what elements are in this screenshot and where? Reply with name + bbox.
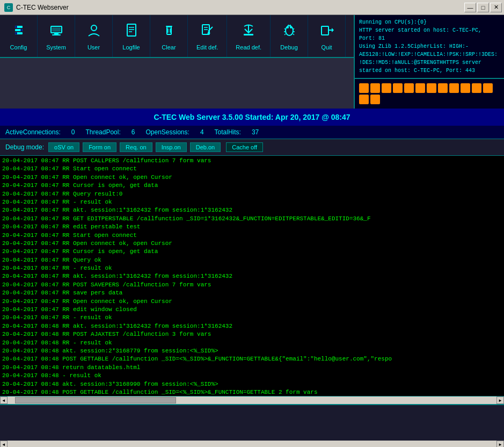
minimize-button[interactable]: — [464, 3, 476, 12]
led-2 [382, 83, 391, 93]
log-line: 20-04-2017 08:47 RR POST SAVEPERS /callf… [2, 281, 502, 289]
debug-mode-label: Debug mode: [5, 143, 44, 151]
log-line: 20-04-2017 08:47 RR Start open connect [2, 232, 502, 240]
svg-point-3 [15, 26, 17, 28]
log-line: 20-04-2017 08:48 RR POST AJAXTEST /callf… [2, 330, 502, 338]
log-line: 20-04-2017 08:47 RR - result ok [2, 264, 502, 272]
log-horizontal-scrollbar[interactable]: ◄ ► [0, 396, 504, 404]
debug-icon [281, 22, 297, 42]
toolbar-btn-config[interactable]: Config [0, 15, 38, 57]
led-0 [359, 83, 369, 93]
log-line: 20-04-2017 08:47 RR - result ok [2, 198, 502, 206]
readdef-label: Read def. [236, 44, 261, 51]
log-line: 20-04-2017 08:47 RR save pers data [2, 289, 502, 297]
log-line: 20-04-2017 08:47 RR Cursor is open, get … [2, 182, 502, 190]
maximize-button[interactable]: □ [477, 3, 489, 12]
open-sessions-label: OpenSessions: [145, 128, 189, 136]
log-line: 20-04-2017 08:47 RR edit perstable test [2, 223, 502, 231]
log-line: 20-04-2017 08:47 RR Query result:0 [2, 190, 502, 198]
svg-line-33 [293, 34, 294, 35]
toolbar-btn-clear[interactable]: Clear [150, 15, 188, 57]
toolbar: Config System User Logfile Clear Edit de… [0, 15, 354, 58]
close-button[interactable]: ✕ [490, 3, 502, 12]
log-line: 20-04-2017 08:48 POST GETTABLE /callfunc… [2, 388, 502, 396]
log-line: 20-04-2017 08:47 RR - result ok [2, 314, 502, 322]
toolbar-btn-user[interactable]: User [75, 15, 113, 57]
svg-point-10 [91, 25, 97, 31]
svg-point-27 [290, 26, 292, 28]
log-line: 20-04-2017 08:48 - result ok [2, 372, 502, 380]
svg-rect-24 [244, 34, 253, 35]
bottom-scroll-left[interactable]: ◄ [0, 441, 8, 447]
svg-rect-16 [167, 27, 171, 34]
app-title-bar: C-TEC Web Server 3.5.00 Started: Apr 20,… [0, 109, 504, 126]
debug-label: Debug [280, 44, 297, 51]
thread-pool-value: 6 [132, 128, 135, 136]
log-line: 20-04-2017 08:48 akt. session:3*3168990 … [2, 380, 502, 388]
debug-btn-insp[interactable]: Insp.on [156, 142, 187, 152]
config-icon [11, 22, 27, 42]
log-line: 20-04-2017 08:48 RR - result ok [2, 339, 502, 347]
scroll-right-button[interactable]: ► [496, 396, 504, 404]
debug-btn-form[interactable]: Form on [83, 142, 116, 152]
svg-line-32 [284, 34, 286, 35]
debug-btn-req[interactable]: Req. on [120, 142, 152, 152]
title-bar-left: C C-TEC Webserver [4, 3, 69, 12]
svg-rect-11 [127, 24, 136, 36]
led-8 [449, 83, 459, 93]
window-title: C-TEC Webserver [16, 4, 69, 11]
bottom-panel: ◄ ► [0, 404, 504, 447]
toolbar-btn-readdef[interactable]: Read def. [227, 15, 271, 57]
bottom-scroll-right[interactable]: ► [496, 441, 504, 447]
bottom-horizontal-scrollbar[interactable]: ◄ ► [0, 441, 504, 447]
toolbar-btn-editdef[interactable]: Edit def. [188, 15, 227, 57]
led-10 [472, 83, 481, 93]
clear-icon [161, 22, 177, 42]
led-5 [415, 83, 425, 93]
toolbar-btn-logfile[interactable]: Logfile [113, 15, 150, 57]
scroll-left-button[interactable]: ◄ [0, 396, 8, 404]
log-line: 20-04-2017 08:48 POST GETTABLE /callfunc… [2, 355, 502, 363]
user-label: User [87, 44, 100, 51]
led-6 [427, 83, 436, 93]
svg-point-4 [20, 29, 23, 31]
log-line: 20-04-2017 08:47 RR Open connect ok, ope… [2, 298, 502, 306]
debug-mode-bar: Debug mode: oSV onForm onReq. onInsp.onD… [0, 139, 504, 156]
log-line: 20-04-2017 08:47 RR akt. session:1*31624… [2, 206, 502, 214]
debug-btn-osv[interactable]: oSV on [48, 142, 79, 152]
led-1 [370, 83, 380, 93]
system-label: System [46, 44, 66, 51]
logfile-label: Logfile [122, 44, 140, 51]
log-line: 20-04-2017 08:47 RR POST CALLPERS /callf… [2, 157, 502, 165]
log-line: 20-04-2017 08:48 return datatables.html [2, 364, 502, 372]
total-hits-label: TotalHits: [215, 128, 241, 136]
log-line: 20-04-2017 08:47 RR Cursor is open, get … [2, 248, 502, 256]
led-3 [393, 83, 403, 93]
toolbar-btn-system[interactable]: System [38, 15, 75, 57]
quit-icon [319, 22, 335, 42]
log-line: 20-04-2017 08:48 RR akt. session:1*31624… [2, 322, 502, 330]
led-4 [404, 83, 414, 93]
editdef-label: Edit def. [196, 44, 218, 51]
debug-buttons: oSV onForm onReq. onInsp.onDeb.onCache o… [48, 142, 263, 152]
active-connections-label: ActiveConnections: [5, 128, 61, 136]
log-line: 20-04-2017 08:47 RR Open connect ok, ope… [2, 174, 502, 182]
scroll-thumb[interactable] [15, 397, 176, 403]
quit-label: Quit [321, 44, 332, 51]
thread-pool-label: ThreadPool: [85, 128, 120, 136]
log-area[interactable]: 20-04-2017 08:47 RR POST CALLPERS /callf… [0, 156, 504, 396]
toolbar-btn-debug[interactable]: Debug [271, 15, 308, 57]
readdef-icon [240, 22, 257, 42]
app-title: C-TEC Web Server 3.5.00 Started: Apr 20,… [154, 113, 350, 121]
toolbar-btn-quit[interactable]: Quit [308, 15, 346, 57]
debug-btn-cache[interactable]: Cache off [226, 142, 263, 152]
debug-btn-deb[interactable]: Deb.on [190, 142, 221, 152]
log-line: 20-04-2017 08:47 RR akt. session:1*31624… [2, 272, 502, 280]
log-line: 20-04-2017 08:48 akt. session:2*3168779 … [2, 347, 502, 355]
logfile-icon [123, 22, 140, 42]
total-hits-value: 37 [252, 128, 259, 136]
server-info: Running on CPU(s):{0} HTTP server starte… [355, 15, 504, 79]
svg-marker-38 [332, 28, 334, 32]
svg-rect-36 [322, 26, 328, 35]
log-line: 20-04-2017 08:47 RR edit window closed [2, 306, 502, 314]
